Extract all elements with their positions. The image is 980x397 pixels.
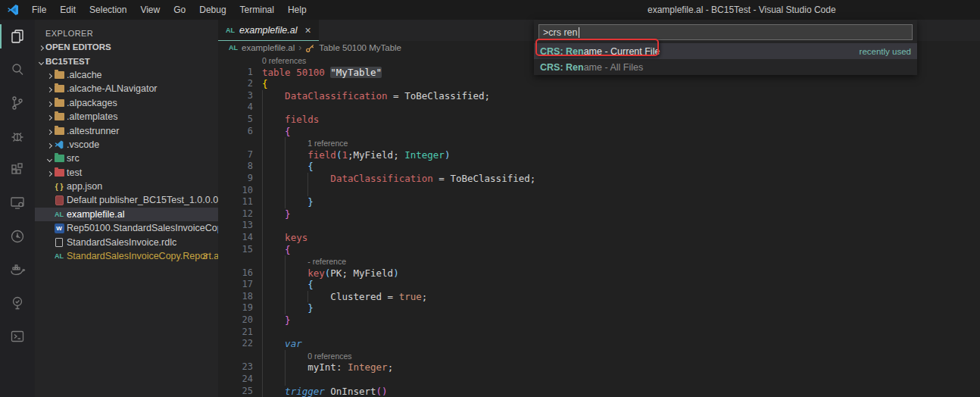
indent-guide [262,327,263,339]
code-text: keys [285,232,307,243]
line-content: var [262,338,980,350]
source-control-icon[interactable] [0,86,35,120]
code-line-2[interactable]: 2{ [218,78,980,90]
code-text: myInt: Integer; [307,361,393,373]
code-line-22[interactable]: 22var [218,338,980,350]
tree-item-default-publisher-bc15test-1-0-0-0-app[interactable]: Default publisher_BC15Test_1.0.0.0.app [35,193,218,207]
indent-guide [262,126,263,138]
code-editor[interactable]: 0 references1table 50100 "MyTable"2{3Dat… [218,55,980,397]
code-text: trigger OnInsert() [285,386,387,397]
codelens-reference[interactable]: 0 references [307,352,351,361]
menu-file[interactable]: File [25,0,53,20]
code-line-8[interactable]: 8{ [218,161,980,173]
tree-item-rep50100-standardsalesinvoicecopy-docx[interactable]: WRep50100.StandardSalesInvoiceCopy.docx [35,221,218,235]
menu-help[interactable]: Help [281,0,314,20]
codelens-row[interactable]: 0 references [218,350,980,362]
palette-item-0[interactable]: CRS: Rename - Current Filerecently used [534,43,917,59]
breadcrumb-symbol[interactable]: Table 50100 MyTable [319,43,401,52]
menu-view[interactable]: View [133,0,167,20]
tree-item--altemplates[interactable]: .altemplates [35,110,218,123]
search-icon[interactable] [0,53,35,86]
code-line-11[interactable]: 11} [218,196,980,208]
tab-examplefile[interactable]: AL examplefile.al × [218,20,319,41]
code-line-24[interactable]: 24 [218,374,980,386]
tree-item--alpackages[interactable]: .alpackages [35,96,218,110]
code-line-20[interactable]: 20} [218,314,980,327]
tree-item--alcache-alnavigator[interactable]: .alcache-ALNavigator [35,82,218,95]
code-line-3[interactable]: 3DataClassification = ToBeClassified; [218,90,980,102]
tree-item-test[interactable]: test [35,166,218,180]
code-line-10[interactable]: 10 [218,185,980,197]
powershell-icon[interactable] [0,320,35,353]
tree-item-label: .altestrunner [67,126,119,136]
code-line-6[interactable]: 6{ [218,126,980,138]
tree-open-editors[interactable]: OPEN EDITORS [35,40,218,54]
line-number: 22 [218,338,253,350]
tree-item--vscode[interactable]: .vscode [35,138,218,152]
code-line-5[interactable]: 5fields [218,114,980,126]
palette-item-1[interactable]: CRS: Rename - All Files [534,59,917,75]
code-line-7[interactable]: 7field(1;MyField; Integer) [218,149,980,161]
performance-icon[interactable] [0,220,35,253]
line-content [262,374,980,386]
codelens-row[interactable]: 1 reference [218,137,980,149]
tree-item--alcache[interactable]: .alcache [35,68,218,82]
explorer-icon[interactable] [0,20,35,53]
indent-guide [262,314,263,327]
al-file-icon: AL [226,27,235,34]
line-content [262,327,980,339]
code-line-17[interactable]: 17{ [218,279,980,291]
docker-icon[interactable] [0,253,35,286]
code-line-18[interactable]: 18Clustered = true; [218,291,980,303]
indent-guide [262,350,263,362]
code-line-19[interactable]: 19} [218,302,980,314]
codelens-reference[interactable]: 0 references [262,56,306,65]
code-line-13[interactable]: 13 [218,220,980,232]
line-number: 24 [218,374,253,386]
tree-item-examplefile-al[interactable]: ALexamplefile.al [35,208,218,221]
tree-item-standardsalesinvoice-rdlc[interactable]: StandardSalesInvoice.rdlc [35,235,218,249]
remote-explorer-icon[interactable] [0,186,35,220]
extensions-icon[interactable] [0,153,35,186]
codelens-reference[interactable]: 1 reference [307,139,348,148]
codelens-row[interactable]: - reference [218,255,980,267]
tree-item-label: .alcache [67,70,102,80]
tree-item-src[interactable]: src [35,152,218,165]
codelens-reference[interactable]: - reference [307,257,346,266]
code-line-23[interactable]: 23myInt: Integer; [218,361,980,374]
indent-guide [285,350,286,362]
menu-debug[interactable]: Debug [192,0,233,20]
indent-guide [285,374,286,386]
line-number: 17 [218,279,253,291]
code-line-16[interactable]: 16key(PK; MyField) [218,267,980,280]
code-line-25[interactable]: 25trigger OnInsert() [218,386,980,397]
menu-edit[interactable]: Edit [53,0,83,20]
breadcrumb-file[interactable]: examplefile.al [242,43,295,52]
line-content [262,185,980,197]
code-line-12[interactable]: 12} [218,208,980,220]
menu-go[interactable]: Go [167,0,192,20]
code-line-14[interactable]: 14keys [218,232,980,244]
tree-item-standardsalesinvoicecopy-report-al[interactable]: ALStandardSalesInvoiceCopy.Report.al3 [35,249,218,263]
vscode-window: FileEditSelectionViewGoDebugTerminalHelp… [0,0,980,397]
debug-icon[interactable] [0,120,35,153]
code-line-9[interactable]: 9DataClassification = ToBeClassified; [218,173,980,185]
line-content: DataClassification = ToBeClassified; [262,173,980,185]
problems-badge: 3 [203,252,208,261]
menu-terminal[interactable]: Terminal [233,0,281,20]
tree-bc15test[interactable]: BC15TEST [35,54,218,67]
code-line-21[interactable]: 21 [218,327,980,339]
tree-item--altestrunner[interactable]: .altestrunner [35,123,218,137]
activity-bar [0,20,35,397]
tree-item-app-json[interactable]: { }app.json [35,180,218,193]
tab-close-icon[interactable]: × [304,24,311,36]
test-explorer-icon[interactable] [0,286,35,320]
command-palette-input[interactable]: >crs ren [538,24,913,40]
menu-selection[interactable]: Selection [83,0,133,20]
command-palette-list: CRS: Rename - Current Filerecently usedC… [534,43,917,75]
chevron-right-icon [45,70,53,80]
code-line-4[interactable]: 4 [218,102,980,114]
folder-icon [53,69,65,81]
al-icon: AL [53,208,65,220]
code-line-15[interactable]: 15{ [218,244,980,256]
